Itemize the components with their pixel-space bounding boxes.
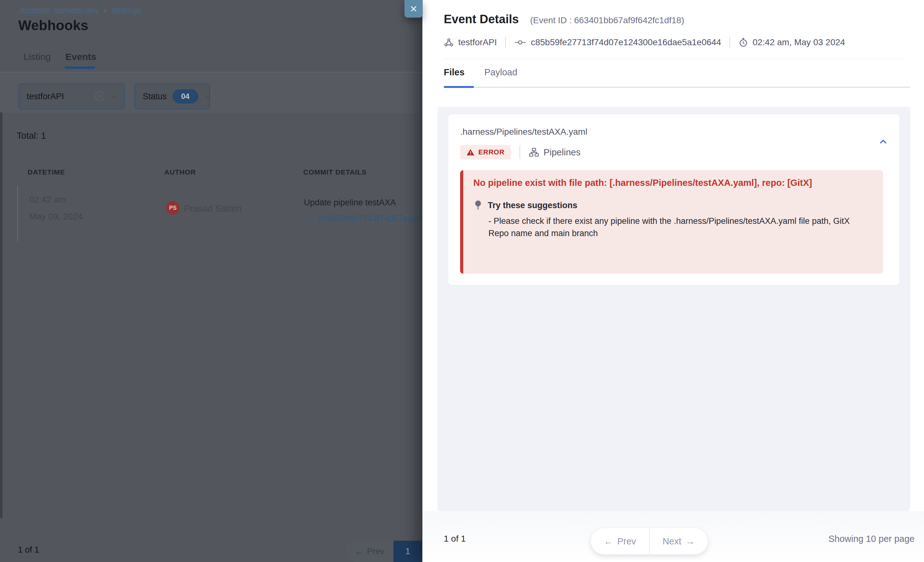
- meta-datetime: 02:42 am, May 03 2024: [753, 37, 845, 48]
- column-header-datetime: DATETIME: [28, 168, 65, 176]
- status-filter-label: Status: [142, 92, 167, 102]
- suggestion-item: - Please check if there exist any pipeli…: [488, 215, 872, 239]
- next-button-label: Next: [663, 536, 681, 547]
- breadcrumb: Account: harness-dev › Settings: [20, 6, 141, 15]
- column-header-commit-details: COMMIT DETAILS: [303, 168, 367, 176]
- drawer-header: Event Details (Event ID : 663401bb67af9f…: [422, 0, 924, 59]
- entity-chip: Pipelines: [529, 147, 580, 158]
- breadcrumb-account-link[interactable]: Account: harness-dev: [20, 6, 99, 15]
- error-title: No pipeline exist with file path: [.harn…: [473, 178, 872, 188]
- pipelines-icon: [529, 147, 539, 157]
- event-meta-row: testforAPI c85b59fe27713f74d07e124300e16…: [444, 37, 903, 48]
- meta-webhook-name: testforAPI: [458, 37, 497, 48]
- tab-listing[interactable]: Listing: [24, 51, 51, 62]
- avatar: PS: [166, 201, 180, 215]
- row-date: May 03, 2024: [29, 212, 82, 222]
- status-filter-dropdown[interactable]: Status 04: [135, 84, 210, 109]
- clear-filter-icon[interactable]: [93, 90, 106, 103]
- tab-files[interactable]: Files: [444, 67, 465, 78]
- files-panel: .harness/Pipelines/testAXA.yaml ERROR: [438, 107, 910, 511]
- event-id-label: (Event ID : 663401bb67af9f642fc1df18): [530, 15, 684, 25]
- chevron-up-icon: [878, 137, 888, 147]
- status-badge-label: ERROR: [478, 148, 504, 156]
- clock-icon: [738, 37, 748, 48]
- meta-commit-hash: c85b59fe27713f74d07e124300e16dae5a1e0644: [531, 37, 721, 48]
- breadcrumb-settings-link[interactable]: Settings: [111, 6, 141, 15]
- app-root: Account: harness-dev › Settings Webhooks…: [0, 0, 924, 562]
- drawer-tabs: Files Payload: [444, 67, 910, 88]
- prev-page-button[interactable]: ← Prev: [346, 541, 393, 562]
- webhook-icon: [444, 37, 454, 48]
- file-card: .harness/Pipelines/testAXA.yaml ERROR: [448, 114, 900, 285]
- event-details-drawer: Event Details (Event ID : 663401bb67af9f…: [422, 0, 924, 562]
- filter-bar: testforAPI Status 04: [0, 73, 422, 112]
- arrow-right-icon: →: [686, 536, 695, 547]
- meta-separator: [505, 37, 506, 48]
- row-time: 02:42 am: [29, 195, 66, 205]
- collapse-card-button[interactable]: [874, 133, 892, 151]
- filter-divider: [0, 112, 422, 112]
- drawer-title: Event Details: [444, 13, 519, 26]
- lightbulb-icon: [473, 200, 483, 211]
- badge-row: ERROR Pipelines: [460, 145, 890, 160]
- pager-controls: ← Prev Next →: [591, 528, 708, 555]
- breadcrumb-separator: ›: [104, 6, 106, 15]
- arrow-left-icon: ←: [355, 546, 364, 557]
- tab-payload[interactable]: Payload: [484, 67, 518, 78]
- meta-separator: [729, 37, 730, 48]
- event-table-row[interactable]: 02:42 am May 03, 2024 PS Prasad Satam Up…: [17, 186, 458, 241]
- commit-icon: [514, 38, 526, 47]
- page-number-button[interactable]: 1: [393, 541, 422, 562]
- prev-page-label: Prev: [367, 547, 385, 556]
- row-commit-message: Update pipeline testAXA: [304, 198, 396, 208]
- webhook-filter-dropdown[interactable]: testforAPI: [18, 84, 125, 109]
- arrow-left-icon: ←: [604, 536, 613, 547]
- page-left-edge: [0, 72, 3, 518]
- badge-separator: [519, 146, 520, 159]
- drawer-close-button[interactable]: ✕: [405, 0, 423, 18]
- commit-icon: [304, 215, 315, 222]
- prev-button-label: Prev: [617, 536, 636, 547]
- column-header-author: AUTHOR: [164, 168, 196, 176]
- header-divider: [444, 59, 903, 59]
- per-page-label: Showing 10 per page: [828, 534, 915, 544]
- footer-page-count: 1 of 1: [444, 534, 466, 544]
- drawer-footer: 1 of 1 ← Prev Next → Showing 10 per page: [422, 511, 924, 562]
- next-button[interactable]: Next →: [650, 528, 708, 555]
- tab-track-line: [444, 87, 910, 88]
- entity-label: Pipelines: [543, 147, 580, 158]
- status-count-badge: 04: [172, 89, 198, 104]
- status-badge: ERROR: [460, 145, 511, 160]
- page-count-label: 1 of 1: [18, 545, 39, 555]
- suggestions-heading: Try these suggestions: [488, 200, 578, 210]
- prev-button[interactable]: ← Prev: [591, 528, 649, 555]
- active-tab-underline: [444, 86, 474, 88]
- error-callout: No pipeline exist with file path: [.harn…: [460, 170, 883, 274]
- file-path-label: .harness/Pipelines/testAXA.yaml: [460, 127, 890, 137]
- row-author-name: Prasad Satam: [184, 203, 242, 214]
- warning-triangle-icon: [466, 148, 475, 156]
- total-count-label: Total: 1: [16, 131, 46, 141]
- active-tab-underline: [65, 67, 95, 69]
- chevron-down-icon[interactable]: [109, 92, 118, 101]
- chevron-down-icon[interactable]: [203, 92, 212, 101]
- webhook-filter-value: testforAPI: [27, 92, 93, 102]
- tab-events[interactable]: Events: [65, 51, 96, 62]
- commit-hash-link[interactable]: c85b59fe27713f74d07e12430: [318, 214, 431, 223]
- page-title: Webhooks: [18, 18, 88, 33]
